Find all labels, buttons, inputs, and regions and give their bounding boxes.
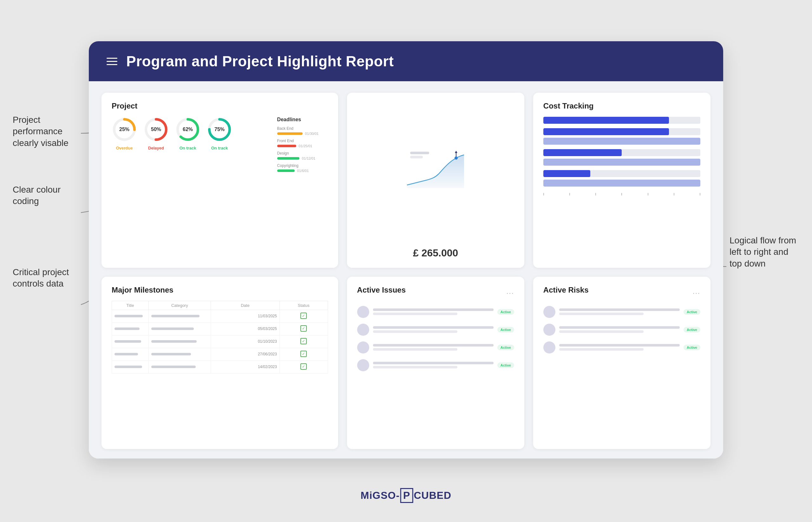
menu-line-3 <box>107 64 117 65</box>
table-row: 01/10/2023 <box>112 335 328 348</box>
issue-bar-short-4 <box>373 366 457 368</box>
project-card-title: Project <box>112 102 328 111</box>
risks-dots[interactable]: ··· <box>693 289 700 297</box>
issue-avatar-2 <box>357 324 369 336</box>
deadline-copy-name: Copyrighting <box>277 163 328 168</box>
annotation-controls: Critical project controls data <box>13 266 76 290</box>
risk-item-1: Active <box>543 306 700 318</box>
cost-bar-track-2 <box>543 128 700 135</box>
table-cell-cat <box>148 310 211 322</box>
deadline-copy-bar <box>277 169 295 172</box>
table-cell-date: 27/06/2023 <box>211 348 280 360</box>
milestones-card: Major Milestones Title Category Date Sta… <box>102 277 338 449</box>
risks-card: Active Risks ··· Active <box>533 277 710 449</box>
deadline-design: Design 01/12/01 <box>277 151 328 160</box>
issue-avatar-3 <box>357 341 369 354</box>
table-cell-title <box>112 348 149 360</box>
brand-footer: MiGSO-PCUBED <box>361 488 451 503</box>
risk-item-3: Active <box>543 341 700 354</box>
deadline-design-name: Design <box>277 151 328 156</box>
issues-dots[interactable]: ··· <box>506 289 514 297</box>
svg-point-12 <box>455 157 458 160</box>
deadline-design-date: 01/12/01 <box>302 157 316 160</box>
gauges-section: 25% Overdue <box>112 117 271 176</box>
milestones-thead: Title Category Date Status <box>112 301 328 310</box>
issue-content-1 <box>373 308 494 315</box>
deadline-design-bar-row: 01/12/01 <box>277 157 328 160</box>
table-row: 11/03/2025 <box>112 310 328 322</box>
issue-bar-short-1 <box>373 313 457 315</box>
risk-bar-short-2 <box>559 330 644 333</box>
cost-card: Cost Tracking <box>533 93 710 268</box>
issue-content-2 <box>373 326 494 333</box>
issues-title-row: Active Issues ··· <box>357 286 514 301</box>
risk-bar-short-3 <box>559 348 644 350</box>
table-cell-title <box>112 360 149 373</box>
issue-bar-1 <box>373 308 494 311</box>
table-cell-title <box>112 335 149 348</box>
issue-avatar-4 <box>357 359 369 371</box>
gauge-label-50: 50% <box>151 127 161 132</box>
table-cell-title <box>112 322 149 335</box>
brand-text-cubed: CUBED <box>414 490 451 501</box>
issues-title: Active Issues <box>357 286 406 295</box>
table-cell-date: 14/02/2023 <box>211 360 280 373</box>
table-cell-status <box>279 322 328 335</box>
risks-title: Active Risks <box>543 286 589 295</box>
gauge-circle-62: 62% <box>175 117 201 142</box>
check-icon-5 <box>300 363 307 370</box>
table-cell-status <box>279 360 328 373</box>
check-icon-3 <box>300 338 307 344</box>
deadline-design-bar <box>277 157 299 160</box>
page-wrapper: Project performance clearly visable Clea… <box>0 0 812 522</box>
risk-bar-2 <box>559 326 680 329</box>
deadlines-title: Deadlines <box>277 117 328 122</box>
issue-bar-4 <box>373 362 494 364</box>
cost-bar-fill-4 <box>543 170 590 177</box>
issue-bar-short-2 <box>373 330 457 333</box>
gauge-status-ontrack-1: On track <box>176 145 200 152</box>
cost-bar-2 <box>543 128 700 145</box>
deadline-backend-date: 01/30/01 <box>305 132 319 136</box>
brand-p: P <box>400 488 413 503</box>
svg-marker-11 <box>455 151 457 153</box>
table-cell-cat <box>148 360 211 373</box>
risk-avatar-1 <box>543 306 556 318</box>
risk-bar-1 <box>559 308 680 311</box>
deadline-frontend-name: Front End <box>277 139 328 143</box>
cost-bar-fill-3b <box>543 159 700 166</box>
line-chart <box>404 150 467 195</box>
chart-card: £ 265.000 <box>347 93 524 268</box>
cost-bar-track-3b <box>543 159 700 166</box>
menu-icon[interactable] <box>107 58 117 65</box>
project-gauges: 25% Overdue <box>112 117 271 152</box>
issue-item-3: Active <box>357 341 514 354</box>
deadline-frontend-date: 01/25/01 <box>299 144 312 148</box>
table-cell-cat <box>148 335 211 348</box>
issue-bar-3 <box>373 344 494 346</box>
dashboard-header: Program and Project Highlight Report <box>89 41 723 81</box>
issue-item-4: Active <box>357 359 514 371</box>
table-row: 14/02/2023 <box>112 360 328 373</box>
issue-item-2: Active <box>357 324 514 336</box>
deadline-frontend-bar <box>277 145 296 147</box>
annotation-performance: Project performance clearly visable <box>13 114 76 149</box>
risk-avatar-3 <box>543 341 556 354</box>
gauge-ontrack-2: 75% On track <box>207 117 232 152</box>
risk-content-2 <box>559 326 680 333</box>
risk-content-3 <box>559 344 680 350</box>
table-cell-date: 05/03/2025 <box>211 322 280 335</box>
cost-bar-fill-3 <box>543 149 622 156</box>
risk-content-1 <box>559 308 680 315</box>
milestones-title: Major Milestones <box>112 286 328 295</box>
header-title: Program and Project Highlight Report <box>126 53 394 70</box>
svg-rect-9 <box>410 156 423 158</box>
issue-avatar-1 <box>357 306 369 318</box>
project-card: Project 25% <box>102 93 338 268</box>
issue-content-3 <box>373 344 494 350</box>
deadline-copy: Copyrighting 01/6/01 <box>277 163 328 173</box>
issues-card: Active Issues ··· Active <box>347 277 524 449</box>
cost-ticks <box>543 193 700 196</box>
deadline-frontend-bar-row: 01/25/01 <box>277 144 328 148</box>
active-badge-4: Active <box>497 362 514 368</box>
